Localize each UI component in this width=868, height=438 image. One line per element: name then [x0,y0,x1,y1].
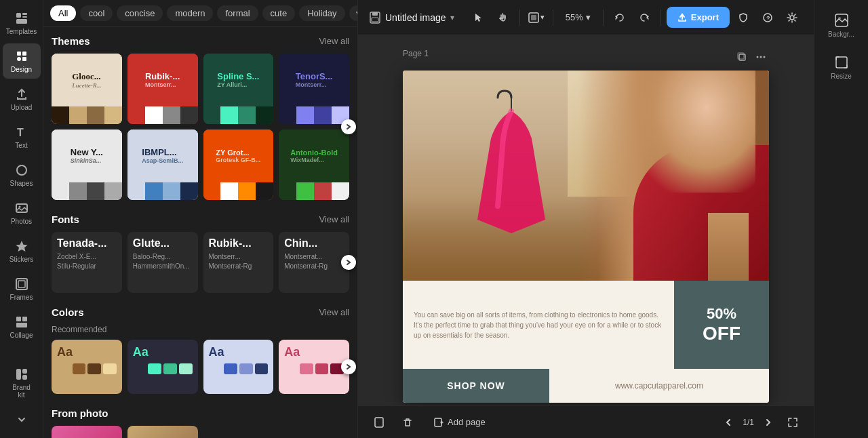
photo-card-pink[interactable] [52,426,122,439]
sidebar-item-stickers[interactable]: Stickers [3,233,41,268]
filter-all[interactable]: All [50,5,76,21]
filter-cool[interactable]: cool [80,5,113,21]
stickers-icon [14,239,29,254]
canvas-page[interactable]: You can save big on all sorts of items, … [403,71,769,403]
page-icon [374,417,384,428]
from-photo-header: From photo [52,407,349,419]
svg-rect-16 [16,323,27,327]
filter-concise[interactable]: concise [117,5,163,21]
sidebar-item-photos[interactable]: Photos [3,195,41,231]
sidebar-item-brand[interactable]: Brandkit [3,361,41,404]
font-card-rubik2[interactable]: Rubik-... Montserr...Montserrat-Rg [203,232,274,293]
filter-holiday[interactable]: Holiday [299,5,344,21]
toolbar-divider-1 [519,9,520,26]
frames-icon [14,277,29,292]
redo-btn[interactable] [633,7,655,28]
toolbar-divider-2 [553,9,553,26]
right-sidebar: Backgr... Resize [814,0,868,438]
filter-formal[interactable]: formal [217,5,258,21]
theme-card-antonio[interactable]: Antonio-Bold WixMadef... [279,130,349,200]
export-btn[interactable]: Export [667,7,730,28]
brand-icon [14,367,29,382]
page-settings-btn[interactable] [369,412,389,433]
sidebar-item-design[interactable]: Design [3,43,41,79]
palette-card-pink[interactable]: Aa [279,340,349,394]
canvas-area[interactable]: Page 1 [358,35,814,405]
fonts-next-btn[interactable] [341,255,356,270]
palette-bluegray-aa: Aa [209,345,269,359]
layout-btn[interactable]: ▾ [526,7,547,28]
svg-rect-14 [16,317,21,321]
svg-rect-17 [16,369,21,380]
font-glute-sub: Baloo-Reg...HammersmithOn... [133,252,193,271]
colors-section: Colors View all Recommended Aa Aa [52,306,349,394]
font-card-tenada[interactable]: Tenada-... Zocbel X-E...Stilu-Regular [52,232,122,293]
page-next-btn[interactable] [758,412,778,433]
sidebar-expand-btn[interactable] [3,407,41,433]
theme-card-rubik[interactable]: Rubik-... Montserr... [127,54,198,124]
shop-now-text: SHOP NOW [403,369,549,403]
filter-modern[interactable]: modern [167,5,213,21]
theme-card-spline[interactable]: Spline S... ZY Alluri... [203,54,274,124]
sidebar-item-collage[interactable]: Collage [3,309,41,344]
fullscreen-btn[interactable] [783,412,803,433]
photo-card-room[interactable] [127,426,198,439]
filter-more-btn[interactable]: ▾ [349,5,358,21]
sidebar-item-shapes[interactable]: Shapes [3,157,41,193]
font-card-chin[interactable]: Chin... Montserrat...Montserrat-Rg [279,232,349,293]
right-background-btn[interactable]: Backgr... [818,7,865,43]
right-resize-btn[interactable]: Resize [818,49,865,85]
collage-icon [14,315,29,330]
theme-card-glooc[interactable]: Glooc... Lucette-R... [52,54,122,124]
theme-newy-colors [52,182,122,200]
fonts-grid: Tenada-... Zocbel X-E...Stilu-Regular Gl… [52,232,349,293]
theme-spline-colors [203,106,274,124]
theme-card-ibmpl[interactable]: IBMPL... Asap-SemiB... [127,130,198,200]
hand-tool-btn[interactable] [492,7,514,28]
sidebar-item-templates[interactable]: Templates [3,5,41,41]
theme-grotesk-colors [203,182,274,200]
help-icon: ? [762,12,773,23]
themes-view-all[interactable]: View all [319,36,349,46]
add-page-btn[interactable]: Add page [426,414,494,430]
doc-title-area[interactable]: Untitled image ▾ [369,12,454,24]
frames-label: Frames [10,294,33,301]
delete-page-btn[interactable] [397,412,418,433]
page-container: Page 1 [403,49,769,403]
undo-btn[interactable] [609,7,631,28]
upload-icon [14,87,29,102]
palettes-next-btn[interactable] [341,359,356,374]
theme-card-newy[interactable]: New Y... SinkinSa... [52,130,122,200]
page-prev-btn[interactable] [718,412,738,433]
sidebar-item-frames[interactable]: Frames [3,271,41,306]
sidebar-item-upload[interactable]: Upload [3,81,41,117]
theme-card-tenor[interactable]: TenorS... Montserr... [279,54,349,124]
font-card-glute[interactable]: Glute... Baloo-Reg...HammersmithOn... [127,232,198,293]
chevron-down-icon [14,412,29,427]
theme-card-grotesk[interactable]: ZY Grot... Grotesk GF-B... [203,130,274,200]
collage-label: Collage [10,332,33,339]
shield-btn[interactable] [732,7,754,28]
shield-icon [738,12,749,23]
sidebar-item-text[interactable]: T Text [3,119,41,155]
help-btn[interactable]: ? [757,7,778,28]
font-chin-title: Chin... [284,237,344,250]
fonts-view-all[interactable]: View all [319,214,349,224]
svg-rect-40 [836,57,847,68]
settings-btn[interactable] [781,7,803,28]
palette-card-coolblue[interactable]: Aa [127,340,198,394]
page-more-btn[interactable] [753,49,769,65]
page-copy-btn[interactable] [734,49,750,65]
fonts-header: Fonts View all [52,214,349,225]
trash-icon [402,417,413,428]
top-toolbar: Untitled image ▾ ▾ [358,0,814,35]
select-tool-btn[interactable] [468,7,490,28]
palette-card-bluegray[interactable]: Aa [203,340,274,394]
add-page-icon [434,418,443,427]
palette-card-warm[interactable]: Aa [52,340,122,394]
zoom-control[interactable]: 55% ▾ [559,9,597,25]
colors-view-all[interactable]: View all [319,307,349,317]
themes-next-btn[interactable] [341,119,356,134]
svg-rect-24 [531,15,536,20]
filter-cute[interactable]: cute [262,5,296,21]
